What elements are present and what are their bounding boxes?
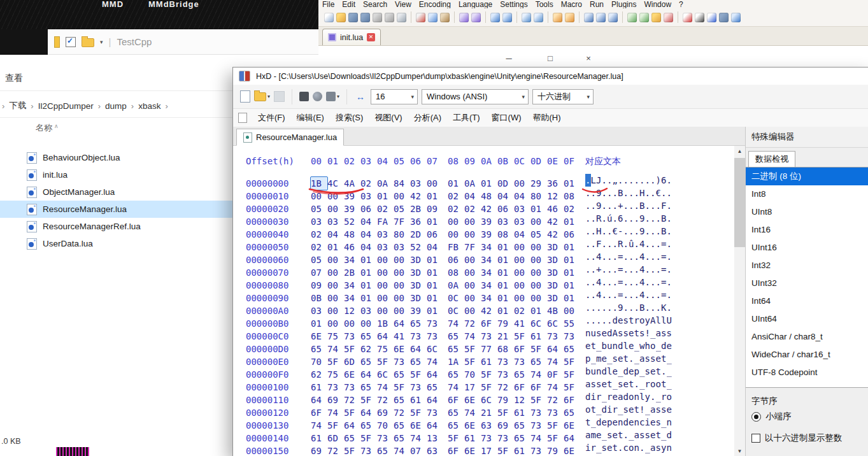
- function-list-icon[interactable]: [639, 13, 649, 22]
- minimize-button[interactable]: ─: [495, 53, 522, 63]
- hex-row[interactable]: 000000900B00340100003D010C00340100003D01…: [246, 289, 672, 301]
- breadcrumb-item-dump[interactable]: dump: [101, 101, 131, 111]
- open-file-button[interactable]: [254, 92, 270, 101]
- scroll-down-icon[interactable]: [734, 446, 745, 456]
- npp-menu-macro[interactable]: Macro: [557, 0, 586, 8]
- hxd-menu-item[interactable]: 搜索(S): [330, 112, 369, 124]
- inspector-row[interactable]: Int16: [746, 221, 868, 239]
- npp-menu-encoding[interactable]: Encoding: [415, 0, 455, 8]
- hex-row[interactable]: 0000003003035204FA7F36010000390303004201…: [246, 212, 672, 225]
- find-button[interactable]: [299, 92, 309, 101]
- maximize-button[interactable]: □: [537, 53, 564, 63]
- indent-guide-icon[interactable]: [608, 13, 618, 22]
- breadcrumb-item-下载[interactable]: 下载: [5, 100, 30, 111]
- hex-row[interactable]: 000000F062756E646C655F6465705F7365740F5F…: [246, 365, 672, 378]
- document-map-icon[interactable]: [627, 13, 637, 22]
- save-macro-icon[interactable]: [719, 13, 729, 22]
- chevron-down-icon[interactable]: [100, 39, 103, 45]
- save-all-icon[interactable]: [360, 13, 370, 22]
- redo-icon[interactable]: [471, 13, 481, 22]
- undo-icon[interactable]: [459, 13, 469, 22]
- zoom-in-icon[interactable]: [522, 13, 531, 22]
- inspector-row[interactable]: Single (float32): [746, 381, 868, 388]
- file-row[interactable]: ResourceManagerRef.lua: [0, 218, 232, 235]
- stop-macro-icon[interactable]: [695, 13, 704, 22]
- hex-row[interactable]: 000000E0705F6D655F7365741A5F61737365745F…: [246, 352, 672, 365]
- hex-row[interactable]: 0000010061737365745F736574175F726F6F745F…: [246, 378, 672, 390]
- hex-row[interactable]: 000000800900340100003D010A00340100003D01…: [246, 276, 672, 289]
- close-button[interactable]: ×: [575, 53, 602, 63]
- mmd-folder-icon[interactable]: [82, 38, 94, 47]
- zoom-out-icon[interactable]: [534, 13, 543, 22]
- little-endian-radio[interactable]: 小端序: [751, 411, 792, 422]
- sync-horizontal-icon[interactable]: [565, 13, 574, 22]
- sync-vertical-icon[interactable]: [553, 13, 562, 22]
- hxd-menu-item[interactable]: 编辑(E): [291, 112, 330, 124]
- hex-row[interactable]: 000000C06E75736564417373657473215F617373…: [246, 327, 672, 339]
- hex-row[interactable]: 0000007007002B0100003D010800340100003D01…: [246, 263, 672, 276]
- hex-row[interactable]: 000001106469725F726561646F6E6C79125F726F…: [246, 390, 672, 403]
- hex-row[interactable]: 00000140616D655F736574135F61737365745F64…: [246, 429, 672, 441]
- npp-menu-settings[interactable]: Settings: [496, 0, 531, 8]
- hxd-titlebar[interactable]: HxD - [C:\Users\Use\Downloads\Il2CppDump…: [233, 68, 868, 85]
- hex-scrollbar[interactable]: [734, 146, 745, 456]
- ribbon-tab-view[interactable]: 查看: [5, 73, 23, 84]
- hex-row[interactable]: 000000D065745F62756E646C655F77686F5F6465…: [246, 339, 672, 352]
- find-icon[interactable]: [490, 13, 500, 22]
- run-macro-multiple-icon[interactable]: [731, 13, 741, 22]
- breadcrumb-item-il2cppdumper[interactable]: Il2CppDumper: [34, 101, 97, 111]
- document-icon[interactable]: [238, 113, 247, 123]
- hex-row[interactable]: 000001206F745F6469725F736574215F61737365…: [246, 403, 672, 416]
- save-button[interactable]: [274, 91, 285, 102]
- hex-row[interactable]: 000000400204480403802D060000390804054206…: [246, 225, 672, 238]
- hxd-menu-item[interactable]: 帮助(H): [527, 112, 567, 124]
- inspector-row[interactable]: 二进制 (8 位): [746, 167, 868, 185]
- hex-editor[interactable]: Offset(h)000102030405060708090A0B0C0D0E0…: [233, 146, 734, 456]
- hex-row[interactable]: 000000200500390602052B090202420603014602…: [246, 199, 672, 212]
- npp-menu-help[interactable]: ?: [675, 0, 687, 8]
- hex-row[interactable]: 000000600500340100003D010600340100003D01…: [246, 250, 672, 263]
- hex-row[interactable]: 000000A003001203000039010C00420102014B00…: [246, 301, 672, 314]
- file-row[interactable]: BehaviourObject.lua: [0, 149, 232, 166]
- tab-close-icon[interactable]: [367, 33, 375, 41]
- inspector-row[interactable]: UInt16: [746, 239, 868, 257]
- hex-row[interactable]: 000000001B4C4A020A840300010A010D00293601…: [246, 174, 672, 187]
- bytes-per-row-select[interactable]: 16: [371, 89, 418, 104]
- inspector-row[interactable]: Int64: [746, 292, 868, 310]
- hex-integers-checkbox[interactable]: 以十六进制显示整数: [751, 432, 843, 444]
- goto-button[interactable]: [313, 92, 322, 101]
- scrollbar-thumb[interactable]: [734, 158, 745, 247]
- hex-row[interactable]: 000000B0010000001B64657374726F79416C6C55…: [246, 314, 672, 327]
- inspector-row[interactable]: WideChar / char16_t: [746, 346, 868, 364]
- show-symbols-icon[interactable]: [596, 13, 606, 22]
- hex-row[interactable]: 00000130745F646570656E64656E636965735F6E…: [246, 416, 672, 429]
- npp-menu-view[interactable]: View: [391, 0, 415, 8]
- new-file-button[interactable]: [240, 90, 250, 103]
- hxd-menu-item[interactable]: 视图(V): [369, 112, 408, 124]
- hxd-menu-item[interactable]: 分析(A): [408, 112, 447, 124]
- encoding-select[interactable]: Windows (ANSI): [422, 89, 529, 104]
- word-wrap-icon[interactable]: [584, 13, 594, 22]
- replace-icon[interactable]: [502, 13, 512, 22]
- inspector-row[interactable]: UTF-8 Codepoint: [746, 364, 868, 381]
- close-file-icon[interactable]: [373, 13, 382, 22]
- record-macro-icon[interactable]: [683, 13, 692, 22]
- npp-menu-search[interactable]: Search: [359, 0, 391, 8]
- mmd-checkbox[interactable]: [66, 37, 76, 47]
- hex-row[interactable]: 0000001000003903010042010204480404801208…: [246, 187, 672, 199]
- npp-menu-window[interactable]: Window: [640, 0, 675, 8]
- print-icon[interactable]: [397, 13, 406, 22]
- inspector-row[interactable]: Int8: [746, 185, 868, 203]
- hxd-menu-item[interactable]: 窗口(W): [486, 112, 527, 124]
- new-file-icon[interactable]: [324, 13, 334, 22]
- file-row[interactable]: init.lua: [0, 166, 232, 183]
- npp-menu-language[interactable]: Language: [455, 0, 496, 8]
- column-header-name[interactable]: 名称: [36, 122, 59, 134]
- scroll-up-icon[interactable]: [734, 146, 745, 157]
- file-row[interactable]: ObjectManager.lua: [0, 183, 232, 201]
- npp-menu-file[interactable]: File: [318, 0, 338, 8]
- paste-icon[interactable]: [440, 13, 450, 22]
- inspector-row[interactable]: Int32: [746, 257, 868, 274]
- copy-icon[interactable]: [428, 13, 438, 22]
- save-icon[interactable]: [348, 13, 358, 22]
